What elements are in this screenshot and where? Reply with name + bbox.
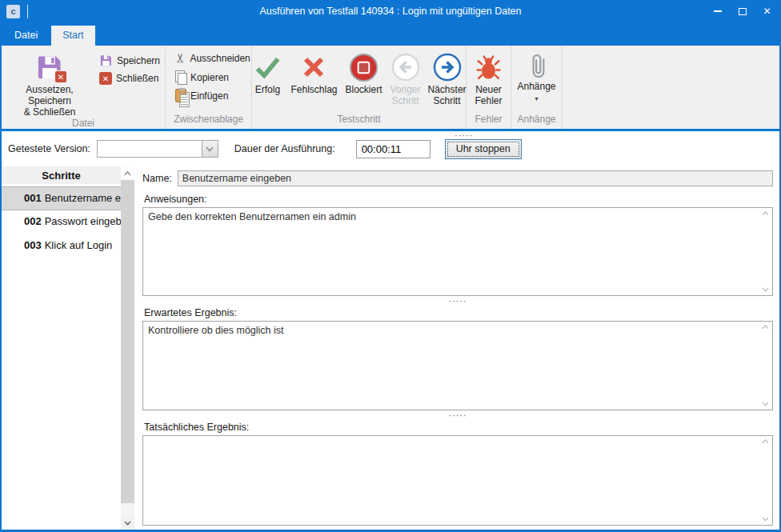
blocked-label: Blockiert — [346, 85, 382, 96]
ribbon-group-testschritt: Erfolg Fehlschlag — [252, 46, 467, 129]
close-label: Schließen — [116, 73, 158, 84]
expected-result-textarea[interactable]: Kontrolliere ob dies möglich ist — [143, 322, 772, 410]
stop-clock-button[interactable]: Uhr stoppen — [445, 139, 522, 159]
paste-button[interactable]: Einfügen — [172, 86, 250, 105]
step-number: 002 — [24, 215, 42, 227]
window-title: Ausführen von Testfall 140934 : Login mi… — [2, 6, 779, 17]
x-badge-icon: ✕ — [54, 70, 67, 83]
step-item-003[interactable]: 003Klick auf Login — [2, 234, 121, 258]
titlebar-separator — [27, 5, 28, 18]
fail-button[interactable]: Fehlschlag — [287, 48, 340, 114]
ribbon-group-datei: ✕ Aussetzen, Speichern & Schließen — [2, 46, 166, 129]
step-item-001[interactable]: 001Benutzername eingeben — [2, 186, 121, 210]
name-input[interactable] — [178, 170, 773, 186]
suspend-label-line1: Aussetzen, Speichern — [6, 85, 93, 107]
ribbon-group-zwischenablage: ✂ Ausschneiden Kopieren Einfügen Zwische… — [166, 46, 252, 129]
bug-icon — [476, 54, 501, 81]
pass-button[interactable]: Erfolg — [249, 48, 286, 114]
previous-step-label-line2: Schritt — [392, 96, 419, 107]
step-label: Klick auf Login — [45, 239, 113, 251]
splitter-grip-middle1[interactable]: ····· — [448, 298, 467, 304]
arrow-left-circle-icon — [391, 53, 420, 82]
save-label: Speichern — [117, 55, 160, 66]
maximize-icon — [739, 8, 747, 15]
chevron-up-icon[interactable] — [762, 325, 769, 330]
test-run-window: c Ausführen von Testfall 140934 : Login … — [0, 0, 781, 532]
group-label-anhaenge: Anhänge — [511, 114, 562, 129]
next-step-button[interactable]: Nächster Schritt — [426, 48, 469, 114]
actual-result-textarea[interactable] — [143, 436, 772, 525]
tested-version-combobox[interactable] — [97, 140, 218, 158]
steps-header: Schritte — [2, 166, 121, 184]
actual-result-label: Tatsächliches Ergebnis: — [144, 422, 773, 433]
maximize-button[interactable] — [730, 0, 755, 22]
next-step-label-line1: Nächster — [428, 85, 467, 96]
close-red-icon: ✕ — [99, 72, 112, 85]
chevron-down-icon[interactable] — [762, 287, 769, 292]
minimize-icon — [714, 10, 722, 12]
instructions-textarea[interactable]: Gebe den korrekten Benutzernamen ein adm… — [143, 208, 772, 295]
arrow-right-circle-icon — [433, 53, 462, 82]
step-label: Benutzername eingeben — [45, 192, 121, 204]
steps-scrollbar[interactable] — [121, 166, 134, 530]
blocked-button[interactable]: Blockiert — [342, 48, 386, 114]
combobox-dropdown-button[interactable] — [202, 141, 218, 157]
copy-label: Kopieren — [190, 72, 229, 83]
splitter-grip-middle2[interactable]: ····· — [448, 412, 467, 418]
attachments-button[interactable]: Anhänge ▾ — [514, 48, 560, 114]
scroll-up-button[interactable] — [121, 166, 134, 180]
scrollbar-thumb[interactable] — [121, 180, 134, 503]
close-ribbon-button[interactable]: ✕ Schließen — [96, 70, 163, 87]
stop-circle-icon — [349, 53, 378, 82]
chevron-up-icon[interactable] — [762, 211, 769, 216]
close-button[interactable]: ✕ — [755, 0, 779, 22]
copy-button[interactable]: Kopieren — [172, 68, 250, 86]
ribbon-group-fehler: Neuer Fehler Fehler — [467, 46, 511, 129]
app-icon: c — [6, 5, 20, 18]
instructions-label: Anweisungen: — [144, 194, 773, 205]
duration-input[interactable] — [356, 140, 431, 158]
scroll-down-button[interactable] — [121, 516, 134, 530]
tested-version-label: Getestete Version: — [8, 143, 90, 154]
cut-button[interactable]: ✂ Ausschneiden — [172, 48, 250, 68]
tab-start[interactable]: Start — [51, 26, 94, 46]
suspend-label-line2: & Schließen — [24, 107, 76, 118]
group-label-zwischenablage: Zwischenablage — [166, 114, 251, 129]
new-bug-button[interactable]: Neuer Fehler — [469, 48, 509, 114]
step-number: 001 — [24, 192, 42, 204]
chevron-down-icon[interactable] — [762, 517, 769, 522]
tested-version-input[interactable] — [98, 141, 202, 157]
new-bug-label-line2: Fehler — [475, 96, 502, 107]
step-label: Passwort eingeben — [45, 215, 121, 227]
chevron-down-icon[interactable] — [762, 402, 769, 406]
ribbon: ✕ Aussetzen, Speichern & Schließen — [2, 46, 779, 129]
check-icon — [252, 54, 282, 81]
new-bug-label-line1: Neuer — [475, 85, 502, 96]
attachments-label: Anhänge — [517, 82, 555, 93]
group-label-fehler: Fehler — [467, 114, 511, 129]
save-icon — [99, 54, 113, 67]
expected-result-label: Erwartetes Ergebnis: — [144, 307, 773, 318]
suspend-save-close-button[interactable]: ✕ Aussetzen, Speichern & Schließen — [3, 48, 96, 118]
step-number: 003 — [24, 239, 42, 251]
next-step-label-line2: Schritt — [434, 96, 461, 107]
save-button[interactable]: Speichern — [96, 51, 163, 70]
main-content: Schritte 001Benutzername eingeben 002Pas… — [2, 166, 779, 530]
step-item-002[interactable]: 002Passwort eingeben — [2, 210, 121, 234]
copy-icon — [175, 70, 186, 84]
chevron-up-icon[interactable] — [762, 439, 769, 444]
attachments-dropdown-icon: ▾ — [535, 95, 538, 102]
chevron-up-icon — [124, 171, 131, 176]
x-mark-icon — [301, 54, 326, 80]
chevron-down-icon — [124, 521, 131, 526]
save-suspend-icon: ✕ — [35, 53, 64, 82]
step-detail-panel: Name: Anweisungen: Gebe den korrekten Be… — [134, 166, 779, 530]
fail-label: Fehlschlag — [290, 85, 337, 96]
duration-label: Dauer der Ausführung: — [234, 143, 335, 154]
minimize-button[interactable] — [705, 0, 730, 22]
expected-result-field: Kontrolliere ob dies möglich ist — [142, 321, 773, 410]
splitter-grip-top[interactable]: ····· — [455, 132, 473, 138]
ribbon-tab-row: Datei Start — [2, 22, 779, 46]
tab-datei[interactable]: Datei — [3, 26, 49, 46]
scrollbar-track[interactable] — [121, 503, 134, 516]
